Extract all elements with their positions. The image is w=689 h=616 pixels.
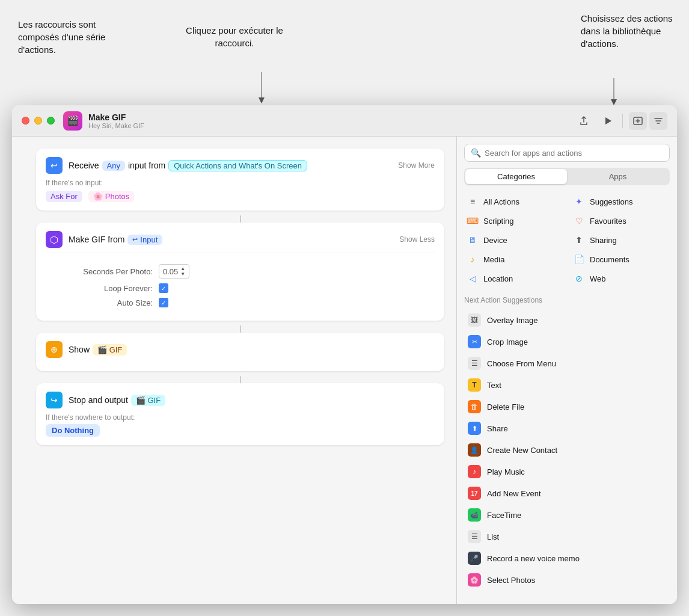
callout-left: Les raccourcis sont composés d'une série…	[18, 18, 114, 56]
category-location[interactable]: ◁ Location	[464, 271, 563, 286]
library-buttons	[629, 112, 667, 130]
maximize-button[interactable]	[47, 117, 55, 125]
select-photos-icon: 🌸	[468, 573, 481, 587]
titlebar: 🎬 Make GIF Hey Siri, Make GIF	[12, 105, 677, 137]
make-gif-header: ⬡ Make GIF from ↩ Input Show Less	[46, 231, 435, 248]
action-voice-memo[interactable]: 🎤 Record a new voice memo	[464, 547, 670, 569]
show-less-btn[interactable]: Show Less	[399, 235, 435, 244]
action-choose-from-menu[interactable]: ☰ Choose From Menu	[464, 353, 670, 374]
sharing-label: Sharing	[590, 236, 617, 245]
action-facetime[interactable]: 📹 FaceTime	[464, 504, 670, 526]
action-delete-file[interactable]: 🗑 Delete File	[464, 396, 670, 417]
stop-output-icon: ↪	[46, 392, 63, 408]
gif-pill-output[interactable]: 🎬 GIF	[131, 395, 165, 406]
category-device[interactable]: 🖥 Device	[464, 232, 563, 248]
show-text: Show 🎬 GIF	[69, 344, 435, 356]
tab-categories[interactable]: Categories	[465, 169, 567, 184]
action-overlay-image[interactable]: 🖼 Overlay Image	[464, 309, 670, 331]
text-label: Text	[487, 381, 501, 390]
params-section: Seconds Per Photo: 0.05 ▲ ▼ Loop Forever…	[46, 259, 435, 307]
voice-memo-label: Record a new voice memo	[487, 554, 580, 563]
media-icon: ♪	[467, 254, 479, 264]
device-label: Device	[483, 236, 507, 245]
action-crop-image[interactable]: ✂ Crop Image	[464, 331, 670, 353]
quick-actions-pill[interactable]: Quick Actions and What's On Screen	[168, 160, 307, 171]
action-text[interactable]: T Text	[464, 374, 670, 396]
create-contact-icon: 👤	[468, 443, 481, 457]
favourites-label: Favourites	[590, 217, 626, 226]
action-share[interactable]: ⬆ Share	[464, 417, 670, 439]
category-media[interactable]: ♪ Media	[464, 251, 563, 267]
window-title: Make GIF	[88, 112, 575, 122]
do-nothing-button[interactable]: Do Nothing	[46, 424, 100, 437]
content-area: ↩ Receive Any input from Quick Actions a…	[12, 137, 677, 604]
auto-size-checkbox[interactable]: ✓	[159, 298, 168, 307]
run-button[interactable]	[599, 112, 616, 129]
stop-output-action-card: ↪ Stop and output 🎬 GIF If there's nowhe…	[36, 383, 444, 445]
action-select-photos[interactable]: 🌸 Select Photos	[464, 569, 670, 591]
loop-checkbox[interactable]: ✓	[159, 283, 168, 293]
receive-icon: ↩	[46, 157, 63, 174]
filter-button[interactable]	[649, 112, 667, 130]
callout-center: Cliquez pour exécuter le raccourci.	[180, 24, 289, 49]
tab-apps[interactable]: Apps	[567, 169, 669, 184]
make-gif-icon: ⬡	[46, 231, 63, 248]
receive-action-card: ↩ Receive Any input from Quick Actions a…	[36, 149, 444, 211]
play-music-icon: ♪	[468, 465, 481, 478]
add-event-label: Add New Event	[487, 489, 541, 498]
photos-pill[interactable]: 🌸 Photos	[88, 191, 134, 202]
svg-marker-1	[259, 97, 265, 103]
location-icon: ◁	[467, 274, 479, 283]
auto-size-row: Auto Size: ✓	[69, 298, 435, 307]
share-button[interactable]	[575, 112, 592, 129]
workflow-panel: ↩ Receive Any input from Quick Actions a…	[12, 137, 457, 604]
close-button[interactable]	[22, 117, 29, 125]
input-pill[interactable]: ↩ Input	[127, 235, 162, 245]
suggestions-label: Suggestions	[590, 197, 633, 206]
media-label: Media	[483, 255, 504, 264]
favourites-icon: ♡	[573, 216, 585, 226]
search-input[interactable]	[485, 149, 663, 158]
action-add-event[interactable]: 17 Add New Event	[464, 482, 670, 504]
suggestions-title: Next Action Suggestions	[464, 296, 670, 304]
add-action-button[interactable]	[629, 112, 647, 130]
device-icon: 🖥	[467, 235, 479, 245]
seconds-stepper[interactable]: ▲ ▼	[180, 266, 185, 277]
make-gif-action-card: ⬡ Make GIF from ↩ Input Show Less Second…	[36, 223, 444, 321]
overlay-image-label: Overlay Image	[487, 316, 538, 325]
show-action-card: ⊕ Show 🎬 GIF	[36, 333, 444, 371]
show-icon: ⊕	[46, 341, 63, 358]
category-suggestions[interactable]: ✦ Suggestions	[571, 194, 670, 209]
action-list: Next Action Suggestions 🖼 Overlay Image …	[464, 296, 670, 597]
show-more-btn[interactable]: Show More	[398, 161, 435, 170]
category-scripting[interactable]: ⌨ Scripting	[464, 213, 563, 229]
ask-for-pill[interactable]: Ask For	[46, 191, 82, 202]
gif-pill-show[interactable]: 🎬 GIF	[93, 344, 127, 356]
stop-output-header: ↪ Stop and output 🎬 GIF	[46, 392, 435, 408]
svg-marker-3	[611, 99, 617, 105]
any-pill[interactable]: Any	[102, 161, 125, 171]
category-web[interactable]: ⊘ Web	[571, 271, 670, 286]
minimize-button[interactable]	[34, 117, 42, 125]
receive-action-header: ↩ Receive Any input from Quick Actions a…	[46, 157, 435, 174]
overlay-image-icon: 🖼	[468, 313, 481, 327]
main-window: 🎬 Make GIF Hey Siri, Make GIF	[12, 105, 677, 604]
window-subtitle: Hey Siri, Make GIF	[88, 122, 575, 129]
auto-size-label: Auto Size:	[69, 298, 153, 307]
action-create-contact[interactable]: 👤 Create New Contact	[464, 439, 670, 461]
action-play-music[interactable]: ♪ Play Music	[464, 461, 670, 482]
scripting-label: Scripting	[483, 217, 514, 226]
category-sharing[interactable]: ⬆ Sharing	[571, 232, 670, 248]
suggestions-icon: ✦	[573, 197, 585, 206]
documents-icon: 📄	[573, 254, 585, 264]
web-icon: ⊘	[573, 274, 585, 283]
voice-memo-icon: 🎤	[468, 552, 481, 565]
delete-file-label: Delete File	[487, 402, 524, 411]
category-all-actions[interactable]: ≡ All Actions	[464, 194, 563, 209]
action-list-item[interactable]: ☰ List	[464, 526, 670, 547]
seconds-value-box[interactable]: 0.05 ▲ ▼	[159, 264, 189, 279]
seconds-label: Seconds Per Photo:	[69, 267, 153, 276]
category-documents[interactable]: 📄 Documents	[571, 251, 670, 267]
choose-from-menu-icon: ☰	[468, 357, 481, 370]
category-favourites[interactable]: ♡ Favourites	[571, 213, 670, 229]
